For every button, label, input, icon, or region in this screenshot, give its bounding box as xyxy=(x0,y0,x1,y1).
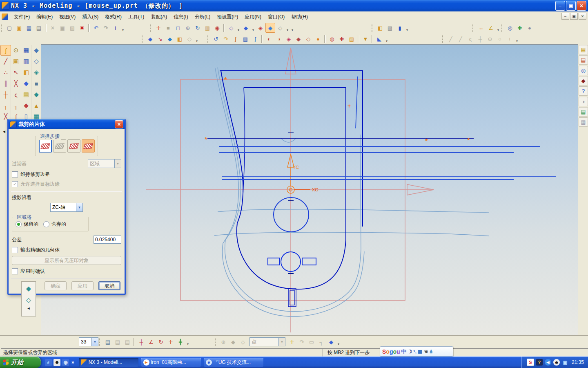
display-dropdown-caret[interactable]: ▾ xyxy=(285,23,290,33)
face-analysis-display-icon[interactable]: ◈ xyxy=(256,23,265,33)
offset-face-icon[interactable]: ◆ xyxy=(31,89,42,100)
studio-spline-icon[interactable]: ς xyxy=(11,89,21,100)
menu-application[interactable]: 应用(N) xyxy=(241,12,265,22)
selection-bar-overflow[interactable]: ▾ xyxy=(336,337,341,347)
bounded-plane-icon[interactable]: ◇ xyxy=(303,34,313,44)
wcs-rotate-icon[interactable]: ∠ xyxy=(146,337,156,347)
toolbar-grip[interactable] xyxy=(472,24,475,32)
web-browser-icon[interactable]: ◎ xyxy=(579,66,588,75)
new-part-icon[interactable]: ▢ xyxy=(4,23,14,33)
soft-keyboard-icon[interactable]: ▦ xyxy=(418,349,422,355)
ime-menu-icon[interactable]: ☚ xyxy=(423,349,428,355)
extension-surface-icon[interactable]: ◑ xyxy=(274,34,284,44)
restore-button[interactable]: ▣ xyxy=(566,1,576,11)
save-part-icon[interactable]: ▦ xyxy=(24,23,34,33)
child-minimize-button[interactable]: – xyxy=(561,13,569,20)
toolbar-grip[interactable] xyxy=(1,24,4,32)
mouse-outline-curves[interactable] xyxy=(220,71,363,289)
dialog-close-button[interactable]: ✕ xyxy=(115,120,123,128)
surface-toolbar-overflow[interactable]: ▾ xyxy=(384,34,389,44)
target-sheet-step-button[interactable] xyxy=(39,139,52,153)
module-icon[interactable]: ● xyxy=(525,23,535,33)
wireframe-dropdown-caret[interactable]: ▾ xyxy=(236,23,241,33)
point-constructor-icon[interactable]: ✛ xyxy=(287,337,297,347)
fillet-curve-icon[interactable]: ┐ xyxy=(0,100,11,111)
column-layout-icon[interactable]: ▥ xyxy=(21,56,31,67)
menu-tools[interactable]: 工具(T) xyxy=(125,12,147,22)
curve-toolbar-overflow[interactable]: ▾ xyxy=(514,34,519,44)
layer-combo[interactable]: 33 ▼ xyxy=(79,337,98,346)
hide-icons-chevron-icon[interactable]: ◀ xyxy=(545,359,551,366)
datum-axis-icon[interactable]: ↘ xyxy=(155,34,165,44)
measure-angle-icon[interactable]: ∠ xyxy=(486,23,496,33)
sketch-icon[interactable]: ◆ xyxy=(165,34,175,44)
scroll-wheel-circle[interactable] xyxy=(274,197,309,232)
law-extension-icon[interactable]: ◈ xyxy=(284,34,294,44)
curve-length-icon[interactable]: ▣ xyxy=(11,56,21,67)
derived-line-icon[interactable]: ↖ xyxy=(11,67,21,78)
enlarge-surface-icon[interactable]: ◆ xyxy=(294,34,303,44)
csys-constructor-icon[interactable]: ◆ xyxy=(326,337,336,347)
shaded-display-icon[interactable]: ◆ xyxy=(241,23,251,33)
note-annotation-icon[interactable]: ▤ xyxy=(21,89,31,100)
tolerance-input[interactable] xyxy=(94,236,121,244)
circle-center-icon[interactable]: ⊙ xyxy=(485,34,495,44)
measure-toolbar-overflow[interactable]: ▾ xyxy=(496,23,501,33)
point-set-icon[interactable]: ∴ xyxy=(0,67,11,78)
sogou-tray-icon[interactable]: S xyxy=(527,359,534,366)
extrude-body-icon[interactable]: ◧ xyxy=(21,67,31,78)
offset-constructor-icon[interactable]: ↷ xyxy=(297,337,307,347)
form-feature-overflow[interactable]: ▾ xyxy=(194,34,199,44)
edit-object-display-icon[interactable]: ✚ xyxy=(515,23,525,33)
print-icon[interactable]: ▤ xyxy=(34,23,44,33)
boundary-objects-step-button[interactable] xyxy=(53,139,66,153)
ie-quick-launch-icon[interactable]: e xyxy=(45,359,52,366)
toolbar-grip[interactable] xyxy=(372,24,374,32)
taskbar-task-2[interactable]: ▶iron_01高階曲... xyxy=(141,358,201,367)
desktop-quick-launch-icon[interactable]: ◉ xyxy=(62,359,69,366)
solid-body-filter-icon[interactable]: ◆ xyxy=(24,283,33,293)
toolbar-grip[interactable] xyxy=(99,338,102,346)
keep-boundary-checkbox-row[interactable]: 维持修剪边界 xyxy=(12,171,121,178)
quick-launch-more-icon[interactable]: » xyxy=(71,359,74,365)
materials-palette-icon[interactable]: ◆ xyxy=(579,76,588,85)
start-button[interactable]: 开始 xyxy=(0,357,41,368)
basic-curve-line-icon[interactable]: ╱ xyxy=(0,56,11,67)
wcs-origin-icon[interactable]: ✛ xyxy=(166,337,176,347)
toolbar-grip[interactable] xyxy=(215,338,218,346)
minimize-button[interactable]: – xyxy=(555,1,565,11)
taskbar-clock[interactable]: 21:35 xyxy=(572,359,584,365)
close-part-icon[interactable]: ▮ xyxy=(395,23,405,33)
close-button[interactable]: ✕ xyxy=(577,1,586,11)
zoom-in-out-icon[interactable]: ⊕ xyxy=(183,23,193,33)
instance-feature-icon[interactable]: ◧ xyxy=(175,34,185,44)
mini-toolbar-arrow-icon[interactable]: ◄ xyxy=(27,306,31,310)
system-scene-icon[interactable]: ▦ xyxy=(579,117,588,127)
projection-vector-step-button[interactable] xyxy=(67,139,80,153)
standard-toolbar-overflow[interactable]: ▾ xyxy=(120,23,125,33)
cancel-button[interactable]: 取消 xyxy=(98,281,120,290)
information-window-icon[interactable]: i xyxy=(111,23,120,33)
line-curve-icon[interactable]: ╱ xyxy=(446,34,456,44)
quilt-icon[interactable]: ✚ xyxy=(337,34,347,44)
help-icon[interactable]: ? xyxy=(579,86,588,96)
vector-constructor-icon[interactable]: ┐ xyxy=(316,337,326,347)
circle-curve-icon[interactable]: ○ xyxy=(495,34,505,44)
sheet-body-filter-icon[interactable]: ◇ xyxy=(24,295,33,305)
projection-combo[interactable]: ZC-轴 ▼ xyxy=(50,203,83,212)
part-toolbar-overflow[interactable]: ▾ xyxy=(405,23,410,33)
pattern-tiles-icon[interactable]: ▦ xyxy=(21,45,31,56)
layout-icon[interactable]: ▨ xyxy=(385,23,395,33)
through-curves-icon[interactable]: ↺ xyxy=(211,34,221,44)
projection-combo-arrow-icon[interactable]: ▼ xyxy=(76,203,82,211)
mdi-child-icon[interactable] xyxy=(2,13,8,20)
utility-toolbar-overflow[interactable]: ▾ xyxy=(185,337,190,347)
unite-icon[interactable]: ◇ xyxy=(185,34,194,44)
menu-file[interactable]: 文件(F) xyxy=(11,12,33,22)
sphere-surface-icon[interactable]: ● xyxy=(313,34,323,44)
menu-help[interactable]: 帮助(H) xyxy=(288,12,311,22)
menu-preferences[interactable]: 预设置(P) xyxy=(214,12,241,22)
sogou-ime-bar[interactable]: Sogou 中 ☽ °, ▦ ☚ ⋔ xyxy=(380,346,453,357)
part-navigator-icon[interactable]: ▤ xyxy=(579,55,588,65)
cut-icon[interactable]: ✕ xyxy=(48,23,58,33)
